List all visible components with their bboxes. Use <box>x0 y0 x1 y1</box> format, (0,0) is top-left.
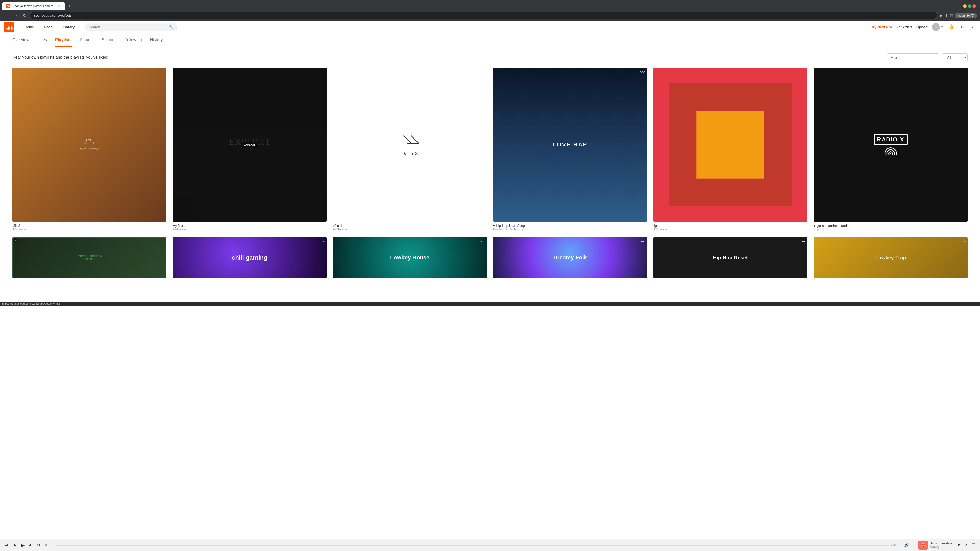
lowkeyhouse-text: Lowkey House <box>390 254 430 262</box>
minimize-button[interactable]: − <box>963 4 967 8</box>
filter-input[interactable] <box>887 53 939 62</box>
upload-link[interactable]: Upload <box>916 25 928 29</box>
playlist-author-official: A24beaba <box>333 227 487 231</box>
download-icon[interactable]: ⇓ <box>945 13 948 18</box>
hiphop-text: Hip Hop Reset <box>713 254 748 261</box>
playlist-item-lowkeytrap[interactable]: Lowkey Trap <box>814 237 968 280</box>
playlist-name-mix3: Mix 3 <box>12 224 166 227</box>
subnav-likes[interactable]: Likes <box>38 33 47 47</box>
playlist-item-dreamyfolk[interactable]: Dreamy Folk <box>493 237 647 280</box>
tab-title: Hear your own playlists and th... <box>12 4 56 8</box>
search-input[interactable] <box>85 23 166 31</box>
status-bar: https://soundcloud.com/a24beaba/sets/my-… <box>0 302 980 306</box>
main-content: Hear your own playlists and the playlist… <box>0 47 980 302</box>
main-nav: Home Feed Library <box>21 23 79 31</box>
playlist-name-loverap: ♥ Hip-Hop Love Songs: ... <box>493 224 647 227</box>
bookmark-icon[interactable]: ★ <box>939 13 943 18</box>
nav-home[interactable]: Home <box>21 23 38 31</box>
subnav-albums[interactable]: Albums <box>80 33 94 47</box>
forward-button[interactable]: → <box>12 12 19 19</box>
sc-logo[interactable] <box>4 22 14 32</box>
playlist-name-mymix: My Mix <box>172 224 327 227</box>
playlist-author-tiger: A24beaba <box>653 227 808 231</box>
playlist-item-hiphop[interactable]: Hip Hop Reset <box>653 237 808 280</box>
sub-navigation: Overview Likes Playlists Albums Stations… <box>0 33 980 47</box>
new-tab-button[interactable]: + <box>66 3 73 10</box>
tab-favicon: SC <box>6 4 10 8</box>
playlist-item-radiox[interactable]: RADIO:X ♥ gta san andreas radio ... Brij <box>814 68 968 231</box>
reload-button[interactable]: ↻ <box>21 12 28 19</box>
try-next-pro-link[interactable]: Try Next Pro <box>871 25 892 29</box>
filter-select[interactable]: All Created Liked <box>942 53 968 62</box>
for-artists-link[interactable]: For Artists <box>896 25 912 29</box>
url-text: soundcloud.com/you/sets <box>34 14 72 17</box>
playlist-author-mymix: A24beaba <box>172 227 327 231</box>
search-container: 🔍 <box>85 23 177 31</box>
subnav-history[interactable]: History <box>150 33 163 47</box>
playlist-item-official[interactable]: DJ LeX official A24beaba <box>333 68 487 231</box>
tab-close-button[interactable]: ✕ <box>58 4 61 8</box>
playlist-author-radiox: Brijx EX <box>814 227 968 231</box>
more-button[interactable]: ⋯ <box>969 23 976 31</box>
playlist-author-loverap: Hustle: Rap & Hip-Hop <box>493 227 647 231</box>
search-button[interactable]: 🔍 <box>166 23 177 31</box>
active-tab[interactable]: SC Hear your own playlists and th... ✕ <box>2 2 65 10</box>
svg-point-7 <box>890 153 891 154</box>
playlist-grid-row1: LTU LIKE THAT TONY H & SWAVE Mix 3 A24be… <box>12 68 968 231</box>
playlist-item-chillgaming[interactable]: chill gaming <box>172 237 327 280</box>
app-header: Home Feed Library 🔍 Try Next Pro For Art… <box>0 21 980 33</box>
incognito-badge[interactable]: Incognito (2) <box>955 13 977 18</box>
status-url: https://soundcloud.com/a24beaba/sets/my-… <box>2 302 60 305</box>
playlist-item-encyclopedia[interactable]: ENCYCLOPEDIAEDITION <box>12 237 166 280</box>
address-bar[interactable]: soundcloud.com/you/sets <box>30 12 937 19</box>
nav-library[interactable]: Library <box>59 23 79 31</box>
subnav-playlists[interactable]: Playlists <box>55 33 72 47</box>
playlist-name-tiger: tiger <box>653 224 808 227</box>
close-button[interactable]: ✕ <box>972 4 976 8</box>
sc-logo-icon <box>4 22 14 32</box>
content-description: Hear your own playlists and the playlist… <box>12 55 108 60</box>
notifications-button[interactable]: 🔔 <box>948 23 955 31</box>
avatar-dropdown-icon[interactable]: ▼ <box>941 25 943 28</box>
screen-icon[interactable]: □ <box>950 13 953 18</box>
svg-line-2 <box>411 136 419 143</box>
lowkeytrap-text: Lowkey Trap <box>875 254 906 261</box>
filters-container: All Created Liked <box>887 53 968 62</box>
playlist-item-lowkeyhouse[interactable]: Lowkey House <box>333 237 487 280</box>
avatar <box>932 23 940 31</box>
playlist-item-loverap[interactable]: LOVE RAP ♥ Hip-Hop Love Songs: ... Hustl… <box>493 68 647 231</box>
svg-line-1 <box>404 136 411 143</box>
dreamyfolk-text: Dreamy Folk <box>553 254 587 262</box>
playlist-author-mix3: A24beaba <box>12 227 166 231</box>
back-button[interactable]: ← <box>3 12 10 19</box>
messages-button[interactable]: ✉ <box>959 23 965 31</box>
playlist-item-mix3[interactable]: LTU LIKE THAT TONY H & SWAVE Mix 3 A24be… <box>12 68 166 231</box>
playlist-item-tiger[interactable]: tiger A24beaba <box>653 68 808 231</box>
playlist-item-mymix[interactable]: EXPLICIT My Mix A24beaba <box>172 68 327 231</box>
playlist-name-radiox: ♥ gta san andreas radio ... <box>814 224 968 227</box>
avatar-container[interactable]: ▼ <box>932 23 943 31</box>
subnav-following[interactable]: Following <box>124 33 142 47</box>
chillgaming-text: chill gaming <box>232 254 267 262</box>
header-actions: Try Next Pro For Artists Upload ▼ 🔔 ✉ ⋯ <box>871 23 976 31</box>
content-header: Hear your own playlists and the playlist… <box>12 53 968 62</box>
playlist-grid-row2: ENCYCLOPEDIAEDITION chill gaming <box>12 237 968 280</box>
subnav-overview[interactable]: Overview <box>12 33 29 47</box>
nav-feed[interactable]: Feed <box>40 23 56 31</box>
subnav-stations[interactable]: Stations <box>102 33 116 47</box>
maximize-button[interactable]: □ <box>968 4 971 8</box>
playlist-name-official: official <box>333 224 487 227</box>
